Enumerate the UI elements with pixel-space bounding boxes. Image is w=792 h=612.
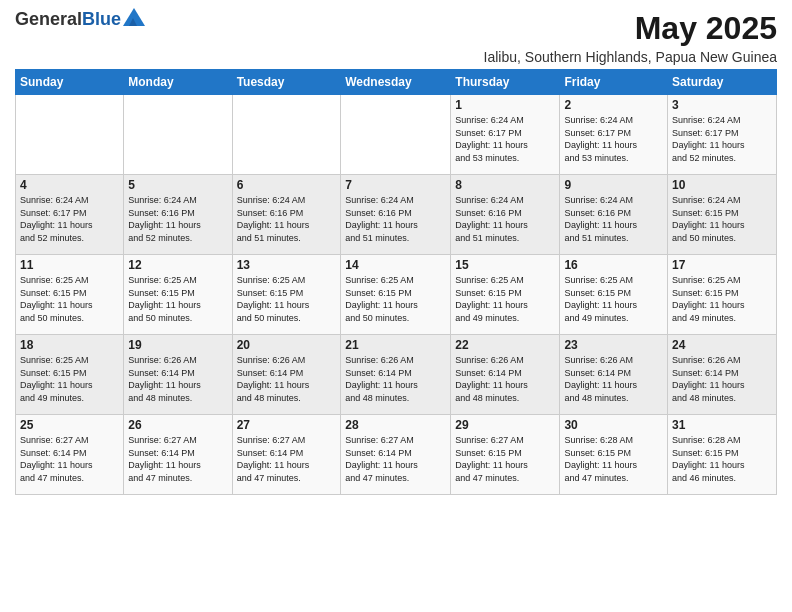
- calendar-cell: 19Sunrise: 6:26 AM Sunset: 6:14 PM Dayli…: [124, 335, 232, 415]
- calendar-cell: 6Sunrise: 6:24 AM Sunset: 6:16 PM Daylig…: [232, 175, 341, 255]
- day-info: Sunrise: 6:27 AM Sunset: 6:15 PM Dayligh…: [455, 434, 555, 484]
- calendar-week-row: 4Sunrise: 6:24 AM Sunset: 6:17 PM Daylig…: [16, 175, 777, 255]
- calendar-cell: 5Sunrise: 6:24 AM Sunset: 6:16 PM Daylig…: [124, 175, 232, 255]
- day-number: 30: [564, 418, 663, 432]
- page: GeneralBlue May 2025 Ialibu, Southern Hi…: [0, 0, 792, 612]
- day-info: Sunrise: 6:25 AM Sunset: 6:15 PM Dayligh…: [564, 274, 663, 324]
- calendar-cell: 25Sunrise: 6:27 AM Sunset: 6:14 PM Dayli…: [16, 415, 124, 495]
- calendar-cell: [232, 95, 341, 175]
- day-number: 17: [672, 258, 772, 272]
- day-info: Sunrise: 6:25 AM Sunset: 6:15 PM Dayligh…: [455, 274, 555, 324]
- day-info: Sunrise: 6:25 AM Sunset: 6:15 PM Dayligh…: [345, 274, 446, 324]
- day-number: 7: [345, 178, 446, 192]
- day-number: 29: [455, 418, 555, 432]
- calendar-cell: [341, 95, 451, 175]
- calendar: SundayMondayTuesdayWednesdayThursdayFrid…: [15, 69, 777, 495]
- calendar-week-row: 1Sunrise: 6:24 AM Sunset: 6:17 PM Daylig…: [16, 95, 777, 175]
- calendar-week-row: 25Sunrise: 6:27 AM Sunset: 6:14 PM Dayli…: [16, 415, 777, 495]
- day-info: Sunrise: 6:25 AM Sunset: 6:15 PM Dayligh…: [237, 274, 337, 324]
- day-of-week-header: Wednesday: [341, 70, 451, 95]
- calendar-cell: 30Sunrise: 6:28 AM Sunset: 6:15 PM Dayli…: [560, 415, 668, 495]
- day-info: Sunrise: 6:27 AM Sunset: 6:14 PM Dayligh…: [128, 434, 227, 484]
- calendar-cell: 2Sunrise: 6:24 AM Sunset: 6:17 PM Daylig…: [560, 95, 668, 175]
- day-number: 24: [672, 338, 772, 352]
- day-info: Sunrise: 6:26 AM Sunset: 6:14 PM Dayligh…: [672, 354, 772, 404]
- day-number: 4: [20, 178, 119, 192]
- day-of-week-header: Tuesday: [232, 70, 341, 95]
- day-info: Sunrise: 6:27 AM Sunset: 6:14 PM Dayligh…: [20, 434, 119, 484]
- day-number: 28: [345, 418, 446, 432]
- calendar-week-row: 18Sunrise: 6:25 AM Sunset: 6:15 PM Dayli…: [16, 335, 777, 415]
- calendar-cell: 31Sunrise: 6:28 AM Sunset: 6:15 PM Dayli…: [668, 415, 777, 495]
- calendar-cell: 27Sunrise: 6:27 AM Sunset: 6:14 PM Dayli…: [232, 415, 341, 495]
- day-info: Sunrise: 6:25 AM Sunset: 6:15 PM Dayligh…: [128, 274, 227, 324]
- day-info: Sunrise: 6:24 AM Sunset: 6:16 PM Dayligh…: [345, 194, 446, 244]
- day-info: Sunrise: 6:24 AM Sunset: 6:17 PM Dayligh…: [564, 114, 663, 164]
- day-number: 2: [564, 98, 663, 112]
- calendar-cell: 13Sunrise: 6:25 AM Sunset: 6:15 PM Dayli…: [232, 255, 341, 335]
- day-number: 21: [345, 338, 446, 352]
- calendar-cell: 14Sunrise: 6:25 AM Sunset: 6:15 PM Dayli…: [341, 255, 451, 335]
- day-number: 27: [237, 418, 337, 432]
- day-number: 10: [672, 178, 772, 192]
- day-info: Sunrise: 6:24 AM Sunset: 6:17 PM Dayligh…: [672, 114, 772, 164]
- day-number: 31: [672, 418, 772, 432]
- day-of-week-header: Friday: [560, 70, 668, 95]
- calendar-cell: 23Sunrise: 6:26 AM Sunset: 6:14 PM Dayli…: [560, 335, 668, 415]
- month-title: May 2025: [484, 10, 777, 47]
- day-info: Sunrise: 6:25 AM Sunset: 6:15 PM Dayligh…: [20, 354, 119, 404]
- calendar-cell: 29Sunrise: 6:27 AM Sunset: 6:15 PM Dayli…: [451, 415, 560, 495]
- day-info: Sunrise: 6:24 AM Sunset: 6:16 PM Dayligh…: [128, 194, 227, 244]
- day-number: 25: [20, 418, 119, 432]
- day-info: Sunrise: 6:25 AM Sunset: 6:15 PM Dayligh…: [672, 274, 772, 324]
- calendar-cell: 4Sunrise: 6:24 AM Sunset: 6:17 PM Daylig…: [16, 175, 124, 255]
- calendar-cell: 1Sunrise: 6:24 AM Sunset: 6:17 PM Daylig…: [451, 95, 560, 175]
- day-number: 20: [237, 338, 337, 352]
- day-of-week-header: Monday: [124, 70, 232, 95]
- calendar-cell: 8Sunrise: 6:24 AM Sunset: 6:16 PM Daylig…: [451, 175, 560, 255]
- day-number: 12: [128, 258, 227, 272]
- day-info: Sunrise: 6:24 AM Sunset: 6:15 PM Dayligh…: [672, 194, 772, 244]
- calendar-cell: 15Sunrise: 6:25 AM Sunset: 6:15 PM Dayli…: [451, 255, 560, 335]
- calendar-cell: 20Sunrise: 6:26 AM Sunset: 6:14 PM Dayli…: [232, 335, 341, 415]
- day-number: 11: [20, 258, 119, 272]
- logo: GeneralBlue: [15, 10, 145, 28]
- calendar-cell: 28Sunrise: 6:27 AM Sunset: 6:14 PM Dayli…: [341, 415, 451, 495]
- day-number: 5: [128, 178, 227, 192]
- day-info: Sunrise: 6:26 AM Sunset: 6:14 PM Dayligh…: [455, 354, 555, 404]
- calendar-cell: 3Sunrise: 6:24 AM Sunset: 6:17 PM Daylig…: [668, 95, 777, 175]
- calendar-cell: 26Sunrise: 6:27 AM Sunset: 6:14 PM Dayli…: [124, 415, 232, 495]
- day-number: 9: [564, 178, 663, 192]
- day-number: 19: [128, 338, 227, 352]
- day-info: Sunrise: 6:28 AM Sunset: 6:15 PM Dayligh…: [564, 434, 663, 484]
- calendar-cell: 10Sunrise: 6:24 AM Sunset: 6:15 PM Dayli…: [668, 175, 777, 255]
- day-info: Sunrise: 6:28 AM Sunset: 6:15 PM Dayligh…: [672, 434, 772, 484]
- logo-blue-text: Blue: [82, 9, 121, 29]
- calendar-cell: [16, 95, 124, 175]
- day-number: 16: [564, 258, 663, 272]
- day-info: Sunrise: 6:24 AM Sunset: 6:16 PM Dayligh…: [564, 194, 663, 244]
- location-subtitle: Ialibu, Southern Highlands, Papua New Gu…: [484, 49, 777, 65]
- calendar-cell: [124, 95, 232, 175]
- logo-icon: [123, 8, 145, 26]
- calendar-cell: 7Sunrise: 6:24 AM Sunset: 6:16 PM Daylig…: [341, 175, 451, 255]
- day-number: 15: [455, 258, 555, 272]
- day-info: Sunrise: 6:26 AM Sunset: 6:14 PM Dayligh…: [128, 354, 227, 404]
- day-number: 3: [672, 98, 772, 112]
- day-of-week-header: Sunday: [16, 70, 124, 95]
- header: GeneralBlue May 2025 Ialibu, Southern Hi…: [15, 10, 777, 65]
- calendar-cell: 17Sunrise: 6:25 AM Sunset: 6:15 PM Dayli…: [668, 255, 777, 335]
- day-number: 6: [237, 178, 337, 192]
- day-info: Sunrise: 6:27 AM Sunset: 6:14 PM Dayligh…: [237, 434, 337, 484]
- day-number: 14: [345, 258, 446, 272]
- logo-general-text: General: [15, 9, 82, 29]
- calendar-header-row: SundayMondayTuesdayWednesdayThursdayFrid…: [16, 70, 777, 95]
- day-number: 8: [455, 178, 555, 192]
- day-info: Sunrise: 6:24 AM Sunset: 6:17 PM Dayligh…: [20, 194, 119, 244]
- day-info: Sunrise: 6:26 AM Sunset: 6:14 PM Dayligh…: [345, 354, 446, 404]
- day-number: 23: [564, 338, 663, 352]
- day-info: Sunrise: 6:26 AM Sunset: 6:14 PM Dayligh…: [237, 354, 337, 404]
- day-number: 26: [128, 418, 227, 432]
- day-number: 1: [455, 98, 555, 112]
- day-info: Sunrise: 6:24 AM Sunset: 6:16 PM Dayligh…: [455, 194, 555, 244]
